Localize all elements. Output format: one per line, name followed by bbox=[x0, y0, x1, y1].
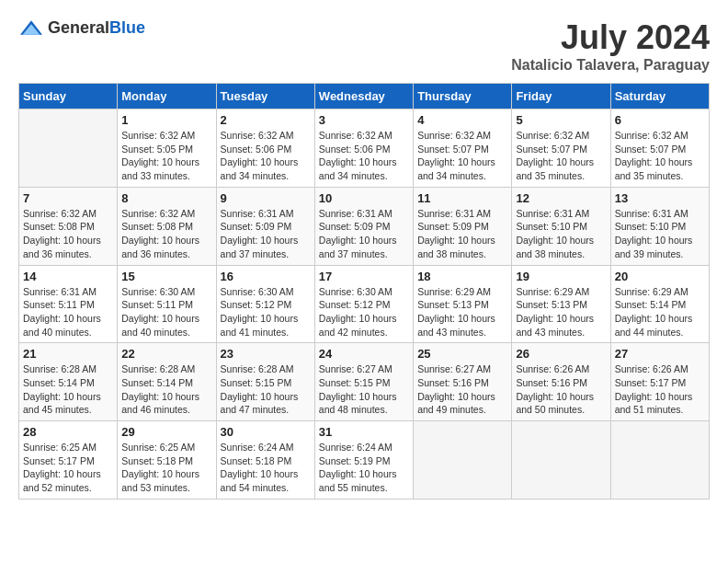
day-detail: Sunrise: 6:30 AMSunset: 5:11 PMDaylight:… bbox=[121, 285, 211, 339]
calendar-cell: 3Sunrise: 6:32 AMSunset: 5:06 PMDaylight… bbox=[314, 109, 413, 188]
weekday-header: Friday bbox=[512, 84, 610, 109]
calendar-cell: 30Sunrise: 6:24 AMSunset: 5:18 PMDayligh… bbox=[216, 421, 314, 500]
day-detail: Sunrise: 6:24 AMSunset: 5:19 PMDaylight:… bbox=[319, 441, 409, 495]
location: Natalicio Talavera, Paraguay bbox=[511, 57, 710, 74]
logo-text: GeneralBlue bbox=[48, 18, 145, 38]
day-number: 24 bbox=[319, 347, 409, 361]
calendar-cell bbox=[19, 109, 118, 188]
page-header: GeneralBlue July 2024 Natalicio Talavera… bbox=[18, 18, 710, 74]
day-number: 22 bbox=[121, 347, 211, 361]
day-detail: Sunrise: 6:26 AMSunset: 5:17 PMDaylight:… bbox=[615, 362, 705, 417]
day-detail: Sunrise: 6:25 AMSunset: 5:17 PMDaylight:… bbox=[23, 441, 113, 495]
calendar-cell: 28Sunrise: 6:25 AMSunset: 5:17 PMDayligh… bbox=[19, 421, 118, 500]
day-number: 16 bbox=[221, 270, 311, 283]
day-number: 18 bbox=[417, 270, 507, 283]
day-number: 14 bbox=[23, 270, 113, 283]
title-area: July 2024 Natalicio Talavera, Paraguay bbox=[511, 18, 710, 74]
calendar-cell: 18Sunrise: 6:29 AMSunset: 5:13 PMDayligh… bbox=[414, 265, 512, 343]
calendar-cell: 5Sunrise: 6:32 AMSunset: 5:07 PMDaylight… bbox=[512, 109, 610, 188]
day-detail: Sunrise: 6:32 AMSunset: 5:08 PMDaylight:… bbox=[23, 207, 113, 261]
day-number: 7 bbox=[23, 191, 113, 205]
calendar-cell: 26Sunrise: 6:26 AMSunset: 5:16 PMDayligh… bbox=[512, 343, 610, 421]
day-number: 1 bbox=[121, 113, 211, 127]
day-detail: Sunrise: 6:31 AMSunset: 5:10 PMDaylight:… bbox=[615, 207, 705, 261]
day-detail: Sunrise: 6:29 AMSunset: 5:13 PMDaylight:… bbox=[516, 285, 606, 339]
day-number: 31 bbox=[319, 425, 409, 439]
calendar-cell: 8Sunrise: 6:32 AMSunset: 5:08 PMDaylight… bbox=[118, 187, 216, 265]
calendar-week-row: 7Sunrise: 6:32 AMSunset: 5:08 PMDaylight… bbox=[19, 187, 710, 265]
day-detail: Sunrise: 6:28 AMSunset: 5:15 PMDaylight:… bbox=[221, 362, 311, 417]
day-detail: Sunrise: 6:26 AMSunset: 5:16 PMDaylight:… bbox=[516, 362, 606, 417]
calendar-week-row: 28Sunrise: 6:25 AMSunset: 5:17 PMDayligh… bbox=[19, 421, 710, 500]
day-detail: Sunrise: 6:32 AMSunset: 5:07 PMDaylight:… bbox=[516, 129, 606, 183]
calendar-cell: 1Sunrise: 6:32 AMSunset: 5:05 PMDaylight… bbox=[118, 109, 216, 188]
calendar-week-row: 1Sunrise: 6:32 AMSunset: 5:05 PMDaylight… bbox=[19, 109, 710, 188]
day-detail: Sunrise: 6:32 AMSunset: 5:05 PMDaylight:… bbox=[121, 129, 211, 183]
day-number: 28 bbox=[23, 425, 113, 439]
day-number: 26 bbox=[516, 347, 606, 361]
calendar-cell: 9Sunrise: 6:31 AMSunset: 5:09 PMDaylight… bbox=[216, 187, 314, 265]
day-number: 19 bbox=[516, 270, 606, 283]
calendar-cell: 19Sunrise: 6:29 AMSunset: 5:13 PMDayligh… bbox=[512, 265, 610, 343]
day-detail: Sunrise: 6:31 AMSunset: 5:09 PMDaylight:… bbox=[221, 207, 311, 261]
calendar-cell: 27Sunrise: 6:26 AMSunset: 5:17 PMDayligh… bbox=[610, 343, 709, 421]
day-detail: Sunrise: 6:29 AMSunset: 5:13 PMDaylight:… bbox=[417, 285, 507, 339]
day-number: 3 bbox=[319, 113, 409, 127]
day-number: 5 bbox=[516, 113, 606, 127]
day-number: 9 bbox=[221, 191, 311, 205]
weekday-header: Wednesday bbox=[314, 84, 413, 109]
calendar-cell bbox=[512, 421, 610, 500]
month-year: July 2024 bbox=[511, 18, 710, 57]
day-detail: Sunrise: 6:31 AMSunset: 5:09 PMDaylight:… bbox=[417, 207, 507, 261]
day-detail: Sunrise: 6:32 AMSunset: 5:08 PMDaylight:… bbox=[121, 207, 211, 261]
weekday-header: Thursday bbox=[414, 84, 512, 109]
calendar-header-row: SundayMondayTuesdayWednesdayThursdayFrid… bbox=[19, 84, 710, 109]
day-number: 30 bbox=[221, 425, 311, 439]
calendar-cell: 13Sunrise: 6:31 AMSunset: 5:10 PMDayligh… bbox=[610, 187, 709, 265]
weekday-header: Monday bbox=[118, 84, 216, 109]
day-number: 2 bbox=[221, 113, 311, 127]
day-number: 27 bbox=[615, 347, 705, 361]
day-detail: Sunrise: 6:31 AMSunset: 5:09 PMDaylight:… bbox=[319, 207, 409, 261]
day-number: 12 bbox=[516, 191, 606, 205]
day-number: 8 bbox=[121, 191, 211, 205]
day-detail: Sunrise: 6:28 AMSunset: 5:14 PMDaylight:… bbox=[121, 362, 211, 417]
calendar-cell: 11Sunrise: 6:31 AMSunset: 5:09 PMDayligh… bbox=[414, 187, 512, 265]
logo-general: General bbox=[48, 18, 109, 37]
day-detail: Sunrise: 6:29 AMSunset: 5:14 PMDaylight:… bbox=[615, 285, 705, 339]
day-number: 6 bbox=[615, 113, 705, 127]
calendar-week-row: 21Sunrise: 6:28 AMSunset: 5:14 PMDayligh… bbox=[19, 343, 710, 421]
calendar-cell: 20Sunrise: 6:29 AMSunset: 5:14 PMDayligh… bbox=[610, 265, 709, 343]
weekday-header: Tuesday bbox=[216, 84, 314, 109]
calendar-cell bbox=[610, 421, 709, 500]
calendar-week-row: 14Sunrise: 6:31 AMSunset: 5:11 PMDayligh… bbox=[19, 265, 710, 343]
day-number: 29 bbox=[121, 425, 211, 439]
calendar-cell: 14Sunrise: 6:31 AMSunset: 5:11 PMDayligh… bbox=[19, 265, 118, 343]
calendar-cell: 7Sunrise: 6:32 AMSunset: 5:08 PMDaylight… bbox=[19, 187, 118, 265]
calendar-cell: 12Sunrise: 6:31 AMSunset: 5:10 PMDayligh… bbox=[512, 187, 610, 265]
day-detail: Sunrise: 6:32 AMSunset: 5:07 PMDaylight:… bbox=[615, 129, 705, 183]
calendar-cell: 6Sunrise: 6:32 AMSunset: 5:07 PMDaylight… bbox=[610, 109, 709, 188]
day-number: 17 bbox=[319, 270, 409, 283]
calendar-cell: 25Sunrise: 6:27 AMSunset: 5:16 PMDayligh… bbox=[414, 343, 512, 421]
calendar-table: SundayMondayTuesdayWednesdayThursdayFrid… bbox=[18, 83, 710, 500]
day-number: 13 bbox=[615, 191, 705, 205]
weekday-header: Sunday bbox=[19, 84, 118, 109]
day-detail: Sunrise: 6:24 AMSunset: 5:18 PMDaylight:… bbox=[221, 441, 311, 495]
calendar-cell: 21Sunrise: 6:28 AMSunset: 5:14 PMDayligh… bbox=[19, 343, 118, 421]
calendar-cell: 16Sunrise: 6:30 AMSunset: 5:12 PMDayligh… bbox=[216, 265, 314, 343]
weekday-header: Saturday bbox=[610, 84, 709, 109]
day-detail: Sunrise: 6:30 AMSunset: 5:12 PMDaylight:… bbox=[221, 285, 311, 339]
day-number: 15 bbox=[121, 270, 211, 283]
calendar-cell: 10Sunrise: 6:31 AMSunset: 5:09 PMDayligh… bbox=[314, 187, 413, 265]
day-detail: Sunrise: 6:32 AMSunset: 5:07 PMDaylight:… bbox=[417, 129, 507, 183]
day-number: 10 bbox=[319, 191, 409, 205]
day-number: 23 bbox=[221, 347, 311, 361]
calendar-cell: 31Sunrise: 6:24 AMSunset: 5:19 PMDayligh… bbox=[314, 421, 413, 500]
calendar-cell: 17Sunrise: 6:30 AMSunset: 5:12 PMDayligh… bbox=[314, 265, 413, 343]
day-detail: Sunrise: 6:32 AMSunset: 5:06 PMDaylight:… bbox=[319, 129, 409, 183]
logo-icon bbox=[18, 19, 44, 38]
day-number: 4 bbox=[417, 113, 507, 127]
logo: GeneralBlue bbox=[18, 18, 145, 38]
day-detail: Sunrise: 6:25 AMSunset: 5:18 PMDaylight:… bbox=[121, 441, 211, 495]
